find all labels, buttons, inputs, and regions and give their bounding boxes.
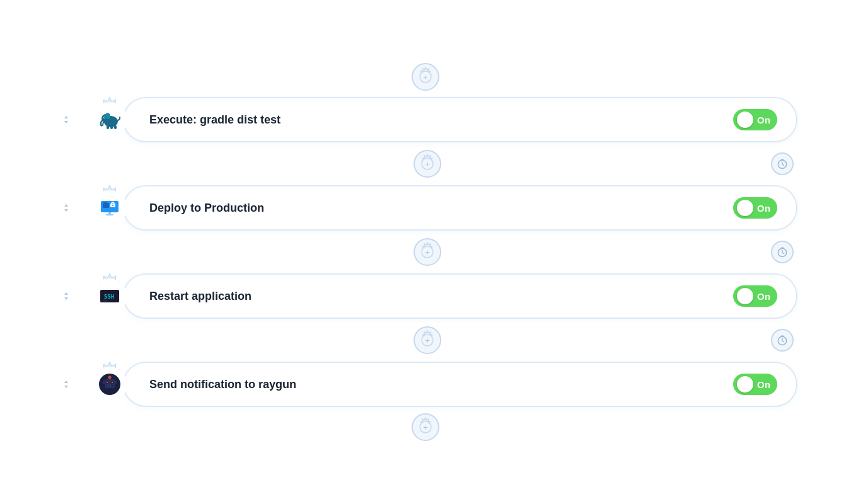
svg-text:+: + xyxy=(423,72,428,82)
timer-icon-2[interactable] xyxy=(771,241,794,263)
svg-text:+: + xyxy=(425,336,430,345)
step-icon-gear-2 xyxy=(84,182,136,234)
svg-rect-11 xyxy=(114,125,117,129)
reorder-handle-2[interactable] xyxy=(54,202,79,214)
svg-rect-9 xyxy=(107,125,109,129)
reorder-handle-4[interactable] xyxy=(54,379,79,390)
step-icon-ssh: SSH xyxy=(92,278,127,314)
reorder-handle-1[interactable] xyxy=(54,114,79,125)
svg-point-7 xyxy=(104,117,105,118)
step-icon-gear-4 xyxy=(84,358,136,410)
add-step-bottom[interactable]: + xyxy=(411,413,440,442)
toggle-label-1: On xyxy=(757,115,770,125)
toggle-3[interactable]: On xyxy=(733,285,777,307)
svg-rect-45 xyxy=(107,385,108,386)
add-step-2[interactable]: + xyxy=(413,149,442,178)
svg-rect-48 xyxy=(115,381,117,384)
toggle-4[interactable]: On xyxy=(733,374,777,395)
svg-text:+: + xyxy=(423,423,428,432)
add-step-4[interactable]: + xyxy=(413,326,442,355)
add-step-3[interactable]: + xyxy=(413,238,442,266)
step-label-4: Send notification to raygun xyxy=(149,378,296,391)
step-label-3: Restart application xyxy=(149,290,252,303)
step-icon-gear-3: SSH xyxy=(84,270,136,322)
step-card-1: Execute: gradle dist test On xyxy=(123,97,797,142)
step-card-2: Deploy to Production On xyxy=(123,185,797,231)
timer-icon-1[interactable] xyxy=(771,152,794,175)
reorder-handle-3[interactable] xyxy=(54,290,79,302)
step-icon-raygun xyxy=(92,367,127,402)
svg-rect-18 xyxy=(103,203,109,208)
toggle-label-4: On xyxy=(757,379,770,390)
step-icon-deploy xyxy=(92,190,127,226)
toggle-label-2: On xyxy=(757,203,770,214)
svg-rect-23 xyxy=(106,214,113,215)
step-card-4: Send notification to raygun On xyxy=(123,362,797,407)
svg-point-21 xyxy=(112,205,113,206)
toggle-circle-3 xyxy=(737,288,753,304)
toggle-circle-2 xyxy=(737,200,753,216)
step-row-2: Deploy to Production On xyxy=(54,182,797,234)
svg-rect-46 xyxy=(110,385,111,386)
step-row-3: SSH Restart application On xyxy=(54,270,797,322)
add-step-top[interactable]: + xyxy=(411,62,440,91)
toggle-circle-4 xyxy=(737,376,753,392)
timer-icon-3[interactable] xyxy=(771,329,794,352)
toggle-2[interactable]: On xyxy=(733,197,777,219)
svg-rect-19 xyxy=(103,202,107,203)
step-label-1: Execute: gradle dist test xyxy=(149,113,281,127)
step-row-1: Execute: gradle dist test On xyxy=(54,94,797,146)
svg-rect-39 xyxy=(105,379,115,388)
svg-text:+: + xyxy=(425,159,430,169)
step-card-3: Restart application On xyxy=(123,273,797,319)
svg-rect-10 xyxy=(110,125,113,129)
svg-text:SSH: SSH xyxy=(104,294,114,300)
toggle-circle-1 xyxy=(737,112,753,128)
svg-rect-47 xyxy=(103,381,105,384)
svg-point-43 xyxy=(112,382,113,383)
step-label-2: Deploy to Production xyxy=(149,202,264,215)
svg-rect-32 xyxy=(102,301,107,302)
step-row-4: Send notification to raygun On xyxy=(54,358,797,410)
step-icon-gradle xyxy=(92,102,127,137)
toggle-1[interactable]: On xyxy=(733,109,777,130)
pipeline-container: + xyxy=(54,47,797,457)
svg-text:+: + xyxy=(425,248,430,257)
toggle-label-3: On xyxy=(757,291,770,302)
step-icon-gear-1 xyxy=(84,94,136,146)
svg-point-42 xyxy=(107,382,108,383)
